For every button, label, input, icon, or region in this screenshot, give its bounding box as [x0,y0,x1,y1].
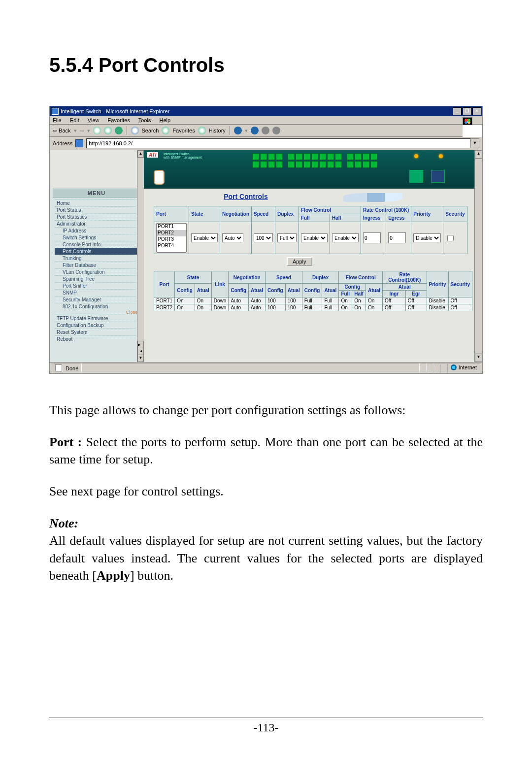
port-group-2 [288,153,342,168]
sh-neg-config: Config [229,284,249,297]
sidebar-sub-filter-database[interactable]: Filter Database [55,262,138,268]
sh-spd-atual: Atual [285,284,302,297]
print-icon[interactable] [251,127,259,134]
sidebar-close[interactable]: Close [50,310,143,315]
window-minimize-button[interactable]: _ [453,107,462,115]
sh-flow-atual: Atual [366,284,383,297]
refresh-icon[interactable] [104,127,112,134]
egress-input[interactable] [388,232,406,243]
scroll-left-icon[interactable]: ◂ [137,348,144,355]
security-checkbox[interactable] [447,235,454,241]
sidebar-sub-port-sniffer[interactable]: Port Sniffer [55,282,138,289]
menu-edit[interactable]: Edit [70,117,79,123]
forward-button[interactable]: ⇨ [80,128,84,134]
sh-dup-atual: Atual [322,284,339,297]
window-close-button[interactable]: × [472,107,481,115]
port-status-table: Port State Link Negotiation Speed Duplex… [154,271,472,311]
sidebar-sub-8021x-config[interactable]: 802.1x Configuration [55,303,138,310]
menu-tools[interactable]: Tools [138,117,151,123]
address-label: Address [53,140,72,146]
port-select[interactable]: PORT1 PORT2 PORT3 PORT4 [156,223,187,253]
edit-icon[interactable] [262,127,269,134]
history-icon[interactable] [198,127,206,134]
browser-statusbar: Done Internet [50,362,482,373]
sidebar-item-reboot[interactable]: Reboot [55,335,138,342]
switch-faceplate: ATI Intelligent Switchwith SNMP manageme… [144,150,482,189]
scroll-down-icon[interactable]: ▼ [137,355,144,362]
home-icon[interactable] [115,127,123,134]
sidebar-sub-trunking[interactable]: Trunking [55,255,138,262]
sh-state: State [175,271,212,284]
sidebar-item-reset-system[interactable]: Reset System [55,329,138,335]
sidebar-sub-security-manager[interactable]: Security Manager [55,296,138,303]
address-dropdown-button[interactable]: ▼ [470,138,479,148]
sh-priority: Priority [427,271,448,297]
port-group-1 [252,153,283,168]
sidebar-sub-switch-settings[interactable]: Switch Settings [55,234,138,241]
sh-rate: Rate Control(100K) [383,271,427,284]
hdr-duplex: Duplex [275,206,299,222]
sidebar-header: MENU [53,189,140,197]
status-done: Done [52,363,82,372]
sidebar: MENU Home Port Status Port Statistics Ad… [50,150,144,362]
flow-half-select[interactable]: Enable [332,233,359,242]
state-select[interactable]: Enable [191,233,218,242]
hdr-state: State [189,206,220,222]
fan-icon [154,170,165,185]
sidebar-sub-ip-address[interactable]: IP Address [55,227,138,234]
scroll-right-icon[interactable]: ▸ [137,341,144,348]
section-heading: 5.5.4 Port Controls [49,54,483,76]
duplex-select[interactable]: Full [277,233,297,242]
flow-full-select[interactable]: Enable [301,233,328,242]
hdr-rate-eg: Egress [386,214,411,222]
sidebar-sub-snmp[interactable]: SNMP [55,289,138,296]
window-maximize-button[interactable]: ❐ [463,107,471,115]
sidebar-item-port-status[interactable]: Port Status [55,206,138,213]
search-icon[interactable] [131,127,139,134]
sidebar-item-administrator[interactable]: Administrator [55,220,138,227]
sidebar-item-port-statistics[interactable]: Port Statistics [55,213,138,220]
paragraph-note: Note: All default values displayed for s… [49,515,483,584]
sh-state-atual: Atual [195,284,211,297]
sidebar-item-home[interactable]: Home [55,199,138,206]
menu-view[interactable]: View [88,117,100,123]
scroll-up-icon[interactable]: ▲ [137,150,144,158]
port-config-table: Port State Negotiation Speed Duplex Flow… [154,206,467,254]
address-input[interactable] [86,138,477,148]
ingress-input[interactable] [363,232,381,243]
stop-icon[interactable] [93,127,101,134]
sh-rate-atual: Atual [383,284,427,291]
hdr-negotiation: Negotiation [220,206,252,222]
content-scroll-up-icon[interactable]: ▲ [475,150,482,159]
window-titlebar: Intelligent Switch - Microsoft Internet … [50,106,482,116]
priority-select[interactable]: Disable [413,233,441,242]
favorites-icon[interactable] [162,127,169,134]
hdr-flow-half: Half [330,214,361,222]
sidebar-sub-console-port[interactable]: Console Port Info [55,241,138,248]
mail-icon[interactable] [234,127,242,134]
content-scroll-down-icon[interactable]: ▼ [475,354,482,362]
sh-rate-ingr: Ingr [383,291,406,297]
sidebar-item-tftp[interactable]: TFTP Update Firmware [55,315,138,322]
apply-button[interactable]: Apply [287,257,312,266]
sh-speed: Speed [266,271,302,284]
negotiation-select[interactable]: Auto [222,233,243,242]
back-button[interactable]: ⇦ Back [53,128,71,134]
sidebar-sub-spanning-tree[interactable]: Spanning Tree [55,275,138,282]
sidebar-sub-vlan-config[interactable]: VLan Configuration [55,268,138,275]
speed-select[interactable]: 100 [254,233,273,242]
search-button[interactable]: Search [142,128,159,133]
menu-help[interactable]: Help [159,117,170,123]
sidebar-sub-port-controls[interactable]: Port Controls [55,248,138,255]
sidebar-item-config-backup[interactable]: Configuration Backup [55,322,138,329]
content-scrollbar[interactable]: ▲ ▼ [474,150,482,362]
history-button[interactable]: History [209,128,226,133]
favorites-button[interactable]: Favorites [172,128,195,133]
menu-file[interactable]: File [53,117,62,123]
module-slot-1 [409,170,423,183]
discuss-icon[interactable] [272,127,280,134]
menu-favorites[interactable]: Favorites [108,117,130,123]
sidebar-scrollbar[interactable]: ▲ ▼ ◂ ▸ [137,150,144,362]
paragraph-intro: This page allows to change per port conf… [49,401,483,419]
sh-flow: Flow Control [339,271,383,284]
